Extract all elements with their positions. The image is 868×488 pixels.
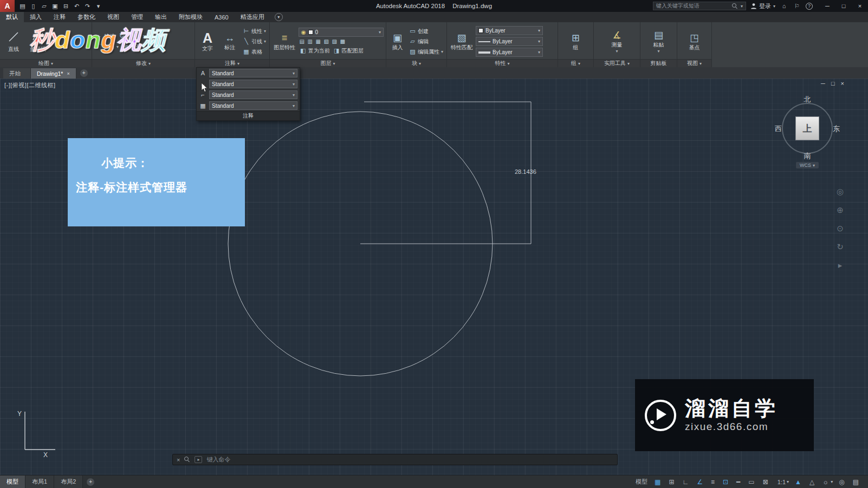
new-drawing-button[interactable]: + <box>80 69 88 77</box>
layer-tool-icon[interactable]: ▦ <box>315 38 322 44</box>
layout-tab[interactable]: 布局2 <box>54 476 83 488</box>
viewport-minimize-button[interactable]: ─ <box>821 80 825 87</box>
base-point-button[interactable]: ◳ 基点 <box>683 24 706 59</box>
ribbon-tab[interactable]: 参数化 <box>72 12 101 22</box>
viewcube-top-face[interactable]: 上 <box>795 116 819 140</box>
table-button[interactable]: ▦表格 <box>242 47 267 56</box>
create-block-button[interactable]: ▭创建 <box>408 27 444 36</box>
ribbon-tab[interactable]: 插入 <box>24 12 48 22</box>
search-icon[interactable] <box>732 3 738 9</box>
redo-icon[interactable]: ↷ <box>82 3 93 10</box>
object-snap-toggle[interactable]: ⊡ <box>720 477 733 487</box>
panel-utilities-footer[interactable]: 实用工具 ▾ <box>594 59 640 67</box>
panel-clipboard-footer[interactable]: 剪贴板 <box>640 59 677 67</box>
annotation-visibility-toggle[interactable]: ▲ <box>792 477 806 487</box>
layer-tool-icon[interactable]: ▤ <box>299 38 306 44</box>
style-select[interactable]: Standard ▾ <box>209 101 297 110</box>
annotation-scale-button[interactable]: 1:1 ▾ <box>774 477 792 487</box>
object-color-select[interactable]: ByLayer ▾ <box>476 26 543 35</box>
isodraft-toggle[interactable]: ≡ <box>708 477 720 487</box>
style-select[interactable]: Standard ▾ <box>209 69 297 77</box>
app-logo-button[interactable]: A <box>0 0 15 12</box>
panel-layers-footer[interactable]: 图层 ▾ <box>270 59 386 67</box>
close-button[interactable]: × <box>852 0 868 12</box>
navigation-wheel-icon[interactable]: ◎ <box>837 187 844 197</box>
layer-tool-icon[interactable]: ▧ <box>323 38 330 44</box>
panel-modify-footer[interactable]: 修改 ▾ <box>92 59 195 67</box>
lineweight-select[interactable]: ByLayer ▾ <box>476 48 543 57</box>
line-button[interactable]: 直线 <box>2 24 25 59</box>
edit-attributes-button[interactable]: ▨编辑属性▾ <box>408 47 444 56</box>
transparency-toggle[interactable]: ▭ <box>746 477 759 487</box>
style-select[interactable]: Standard ▾ <box>209 90 297 99</box>
drawing-viewport[interactable]: [-][俯视][二维线框] ─ □ × 28.1436 小提示： 注释-标注样式… <box>0 79 868 475</box>
style-select-dropdown-icon[interactable]: ▾ <box>293 103 295 108</box>
linetype-select[interactable]: ByLayer ▾ <box>476 37 543 46</box>
style-select-dropdown-icon[interactable]: ▾ <box>293 71 295 76</box>
maximize-button[interactable]: □ <box>835 0 852 12</box>
panel-draw-footer[interactable]: 绘图 ▾ <box>0 59 92 67</box>
ribbon-tab[interactable]: 注释 <box>48 12 72 22</box>
file-tab-close-icon[interactable]: × <box>67 71 69 76</box>
edit-block-button[interactable]: ▱编辑 <box>408 37 444 46</box>
app-store-icon[interactable]: ⌂ <box>780 3 788 9</box>
undo-icon[interactable]: ↶ <box>72 3 82 10</box>
viewcube-north-label[interactable]: 北 <box>775 95 840 105</box>
ribbon-options-icon[interactable]: ▾ <box>275 13 283 21</box>
workspace-switch-button[interactable]: ☼ ▾ <box>820 477 835 487</box>
autoscale-toggle[interactable]: △ <box>807 477 819 487</box>
zoom-icon[interactable]: ⊙ <box>837 224 844 233</box>
selection-cycling-toggle[interactable]: ⊠ <box>760 477 773 487</box>
ortho-mode-toggle[interactable]: ∟ <box>679 477 694 487</box>
viewport-maximize-button[interactable]: □ <box>831 80 835 87</box>
panel-view-footer[interactable]: 视图 ▾ <box>677 59 711 67</box>
pan-icon[interactable]: ⊕ <box>837 205 844 215</box>
layer-properties-button[interactable]: ≡ 图层特性 <box>272 24 297 59</box>
ribbon-tab[interactable]: 管理 <box>125 12 149 22</box>
paste-button[interactable]: ▤ 粘贴 ▾ <box>647 24 670 59</box>
group-button[interactable]: ⊞ 组 <box>565 24 587 59</box>
layer-tool-icon[interactable]: ▥ <box>307 38 314 44</box>
viewcube-west-label[interactable]: 西 <box>775 124 782 134</box>
style-select-dropdown-icon[interactable]: ▾ <box>293 82 295 87</box>
command-input[interactable]: 键入命令 <box>206 456 230 464</box>
recent-commands-icon[interactable]: ▸ <box>195 456 202 463</box>
polar-tracking-toggle[interactable]: ∠ <box>694 477 708 487</box>
set-current-layer-button[interactable]: ◧置为当前 <box>299 46 331 55</box>
new-layout-button[interactable]: + <box>87 478 94 486</box>
leader-button[interactable]: ╲引线▾ <box>242 37 267 46</box>
layer-tool-icon[interactable]: ▩ <box>339 38 346 44</box>
snap-mode-toggle[interactable]: ⊞ <box>666 477 679 487</box>
customize-button[interactable]: ▤ <box>850 477 864 487</box>
command-search-icon[interactable] <box>184 457 190 463</box>
help-search-input[interactable]: 键入关键字或短语 ▾ <box>653 2 746 10</box>
stay-connected-icon[interactable]: ⚐ <box>793 3 801 10</box>
command-line[interactable]: × ▸ 键入命令 <box>172 454 618 465</box>
isolate-objects-button[interactable]: ◎ <box>836 477 849 487</box>
ribbon-tab[interactable]: 精选应用 <box>235 12 270 22</box>
match-layer-button[interactable]: ◨匹配图层 <box>332 46 365 55</box>
dimension-button[interactable]: ↔ 标注 <box>219 24 240 59</box>
qat-menu-icon[interactable]: ▾ <box>93 3 103 10</box>
viewport-close-button[interactable]: × <box>841 80 844 87</box>
ribbon-tab[interactable]: 视图 <box>101 12 125 22</box>
file-tab[interactable]: Drawing1* × <box>31 68 76 79</box>
insert-block-button[interactable]: ▣ 插入 <box>388 24 406 59</box>
ribbon-tab[interactable]: A360 <box>209 12 235 22</box>
ribbon-tab[interactable]: 默认 <box>0 12 24 22</box>
panel-properties-footer[interactable]: 特性 ▾ <box>447 59 558 67</box>
wcs-menu[interactable]: WCS ▾ <box>796 162 819 168</box>
model-space-button[interactable]: 模型 <box>632 477 651 487</box>
lineweight-toggle[interactable]: ━ <box>734 477 745 487</box>
new-file-icon[interactable]: ▯ <box>28 3 38 10</box>
linear-button[interactable]: ⊢线性▾ <box>242 27 267 36</box>
viewport-controls-label[interactable]: [-][俯视][二维线框] <box>4 81 56 89</box>
save-icon[interactable]: ▣ <box>50 3 60 10</box>
style-select-dropdown-icon[interactable]: ▾ <box>293 93 295 97</box>
viewcube-east-label[interactable]: 东 <box>833 124 840 134</box>
help-icon[interactable]: ? <box>806 3 813 10</box>
measure-button[interactable]: ∡ 测量 ▾ <box>606 24 629 59</box>
view-cube[interactable]: 北 西 东 南 上 WCS ▾ <box>775 95 840 171</box>
ribbon-tab[interactable]: 附加模块 <box>173 12 209 22</box>
ribbon-tab[interactable]: 输出 <box>149 12 173 22</box>
